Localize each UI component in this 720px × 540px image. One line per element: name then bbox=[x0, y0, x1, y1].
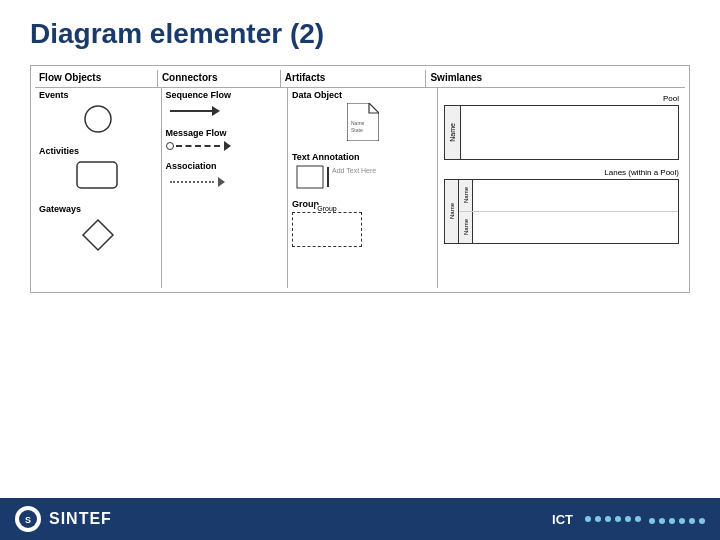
lane-2-content bbox=[473, 212, 678, 243]
arrow-right-icon bbox=[170, 106, 220, 116]
group-box: Group bbox=[292, 212, 362, 247]
artifacts-header: Artifacts bbox=[281, 70, 427, 87]
data-object-shape: Name State bbox=[292, 103, 433, 141]
footer: S SINTEF ICT bbox=[0, 498, 720, 540]
lane-1-content bbox=[473, 180, 678, 211]
message-flow-section: Message Flow bbox=[166, 128, 284, 153]
page-title: Diagram elementer (2) bbox=[0, 0, 720, 60]
svg-text:Name: Name bbox=[351, 120, 365, 126]
artifacts-col: Data Object Name State Text Annotation bbox=[288, 88, 438, 288]
swimlanes-header: Swimlanes bbox=[426, 70, 685, 87]
svg-point-0 bbox=[85, 106, 111, 132]
lanes-inner: Name Name bbox=[459, 180, 678, 243]
lane-1-bar: Name bbox=[459, 180, 473, 211]
flow-objects-header: Flow Objects bbox=[35, 70, 158, 87]
svg-marker-2 bbox=[83, 220, 113, 250]
dot-5 bbox=[625, 516, 631, 522]
data-object-svg: Name State bbox=[347, 103, 379, 141]
connectors-col: Sequence Flow Message Flow Association bbox=[162, 88, 289, 288]
diagram-header-row: Flow Objects Connectors Artifacts Swimla… bbox=[35, 70, 685, 88]
lane-row-2: Name bbox=[459, 212, 678, 243]
activity-shape bbox=[39, 160, 157, 192]
sequence-flow-arrow bbox=[170, 106, 284, 118]
gateway-shape bbox=[39, 218, 157, 252]
message-flow-arrow bbox=[166, 141, 284, 151]
association-arrow bbox=[170, 177, 284, 189]
lanes-section: Lanes (within a Pool) Name Name bbox=[444, 168, 679, 244]
diagram-wrapper: Flow Objects Connectors Artifacts Swimla… bbox=[30, 65, 690, 293]
pool-name-bar: Name bbox=[445, 106, 461, 159]
pool-content bbox=[461, 106, 678, 159]
sequence-flow-section: Sequence Flow bbox=[166, 90, 284, 120]
connectors-header: Connectors bbox=[158, 70, 281, 87]
content-area: Flow Objects Connectors Artifacts Swimla… bbox=[0, 60, 720, 293]
annotation-text: Add Text Here bbox=[327, 167, 376, 187]
lanes-box: Name Name Name bbox=[444, 179, 679, 244]
group-section: Group Group bbox=[292, 199, 433, 249]
footer-logo: S SINTEF bbox=[15, 506, 112, 532]
lane-row-1: Name bbox=[459, 180, 678, 212]
swimlanes-col: Pool Name Lanes (within a Pool) Name bbox=[438, 88, 685, 288]
events-section: Events bbox=[39, 90, 157, 138]
dot-2 bbox=[595, 516, 601, 522]
dot-4 bbox=[615, 516, 621, 522]
lane-2-bar: Name bbox=[459, 212, 473, 243]
svg-text:S: S bbox=[25, 515, 31, 525]
dot-7 bbox=[649, 518, 655, 524]
dot-12 bbox=[699, 518, 705, 524]
pool-section: Pool Name bbox=[444, 94, 679, 160]
dot-10 bbox=[679, 518, 685, 524]
activities-section: Activities bbox=[39, 146, 157, 196]
dots-row-2 bbox=[649, 518, 705, 524]
dashed-arrow-icon bbox=[176, 141, 231, 151]
activity-rect bbox=[75, 160, 120, 192]
lanes-outer-bar: Name bbox=[445, 180, 459, 243]
footer-dots bbox=[585, 510, 705, 528]
annotation-svg bbox=[296, 165, 324, 189]
data-object-section: Data Object Name State bbox=[292, 90, 433, 144]
dot-11 bbox=[689, 518, 695, 524]
logo-svg: S bbox=[18, 509, 38, 529]
event-circle bbox=[83, 104, 113, 134]
dot-3 bbox=[605, 516, 611, 522]
text-annotation-section: Text Annotation Add Text Here bbox=[292, 152, 433, 191]
company-name: SINTEF bbox=[49, 510, 112, 528]
pool-box: Name bbox=[444, 105, 679, 160]
event-shape bbox=[39, 104, 157, 134]
dot-6 bbox=[635, 516, 641, 522]
flow-objects-col: Events Activities bbox=[35, 88, 162, 288]
dotted-arrow-icon bbox=[170, 177, 225, 187]
dot-1 bbox=[585, 516, 591, 522]
svg-text:State: State bbox=[351, 127, 363, 133]
gateways-section: Gateways bbox=[39, 204, 157, 256]
ict-label: ICT bbox=[552, 512, 573, 527]
dot-9 bbox=[669, 518, 675, 524]
msg-flow-dot bbox=[166, 142, 174, 150]
sintef-logo-icon: S bbox=[15, 506, 41, 532]
diagram-body-row: Events Activities bbox=[35, 88, 685, 288]
gateway-diamond bbox=[81, 218, 115, 252]
footer-right: ICT bbox=[552, 510, 705, 528]
association-section: Association bbox=[166, 161, 284, 191]
text-annotation-shape: Add Text Here bbox=[296, 165, 429, 189]
svg-rect-6 bbox=[297, 166, 323, 188]
dot-8 bbox=[659, 518, 665, 524]
svg-rect-1 bbox=[77, 162, 117, 188]
